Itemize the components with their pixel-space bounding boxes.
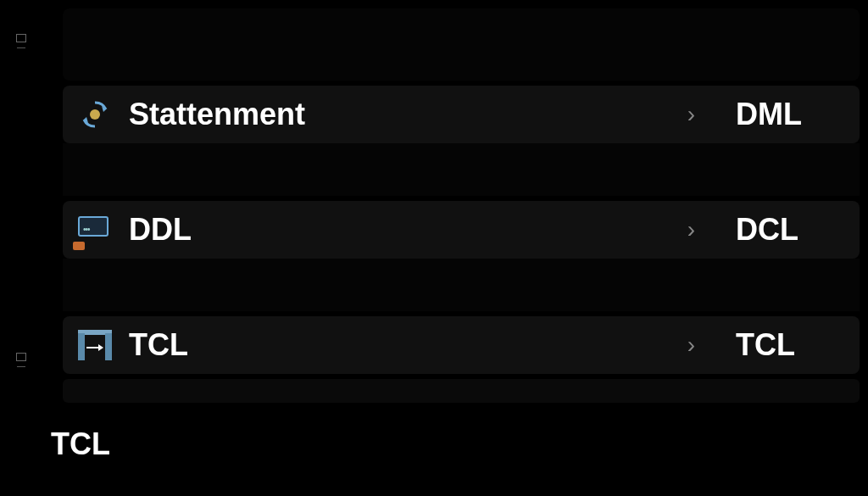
svg-point-0	[90, 109, 100, 120]
row-label: TCL	[129, 327, 687, 363]
chevron-right-icon: ›	[687, 101, 695, 128]
rail-marker	[16, 353, 26, 361]
row-label: Stattenment	[129, 97, 687, 132]
gate-icon	[76, 326, 114, 364]
refresh-icon	[76, 96, 114, 133]
row-tcl[interactable]: TCL › TCL	[63, 316, 860, 374]
spacer	[63, 259, 860, 311]
rail-marker	[16, 34, 26, 42]
rail-tick	[17, 47, 25, 48]
row-value: DML	[736, 97, 846, 132]
terminal-icon: •••	[76, 211, 114, 248]
bottom-divider	[63, 379, 860, 403]
rail-tick	[17, 366, 25, 367]
row-ddl[interactable]: ••• DDL › DCL	[63, 201, 860, 259]
row-label: DDL	[129, 212, 687, 248]
rail-bottom-group	[0, 353, 42, 428]
chevron-right-icon: ›	[687, 216, 695, 243]
main-content: Stattenment › DML ••• DDL › DCL	[63, 8, 860, 403]
row-value: DCL	[736, 212, 846, 248]
bottom-label: TCL	[51, 426, 110, 462]
left-rail	[0, 0, 42, 496]
row-statement[interactable]: Stattenment › DML	[63, 86, 860, 143]
spacer-top	[63, 8, 860, 81]
spacer	[63, 143, 860, 196]
row-value: TCL	[736, 327, 846, 363]
chevron-right-icon: ›	[687, 332, 695, 359]
